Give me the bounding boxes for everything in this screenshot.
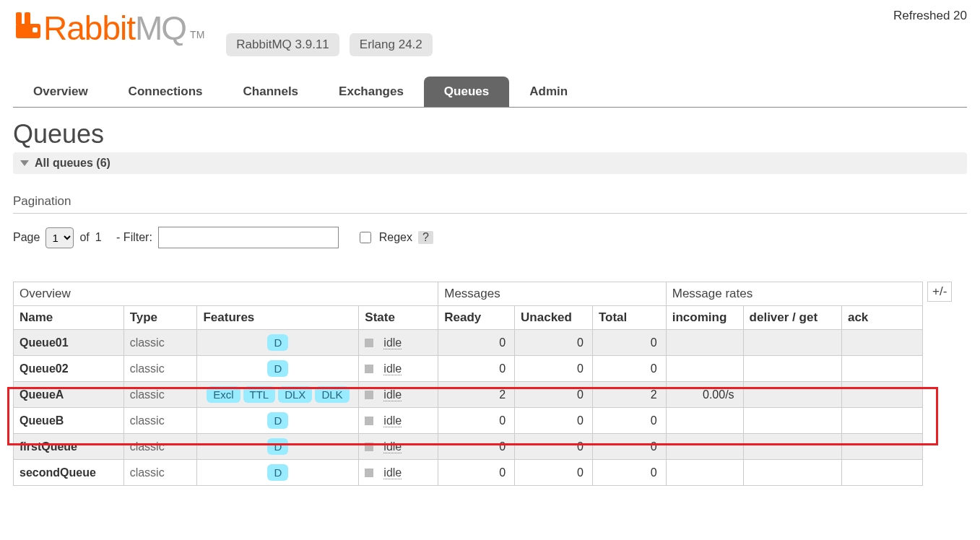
caret-down-icon [20,160,29,166]
tab-exchanges[interactable]: Exchanges [318,77,424,107]
cell-ack [841,382,922,408]
queue-state: idle [359,460,438,486]
cell-unacked: 0 [515,382,593,408]
page-select[interactable]: 1 [45,227,74,248]
svg-rect-0 [16,12,22,25]
filter-input[interactable] [158,227,339,248]
table-row: QueueAclassicExclTTLDLXDLKidle2020.00/s [14,382,923,408]
queue-features: D [197,356,359,382]
rabbitmq-icon [13,11,42,42]
queue-name-link[interactable]: QueueA [14,382,124,408]
logo[interactable]: RabbitMQ TM [13,9,204,48]
col-features[interactable]: Features [197,306,359,330]
queues-table: Overview Messages Message rates Name Typ… [13,282,923,486]
table-row: Queue02classicDidle000 [14,356,923,382]
regex-help[interactable]: ? [418,231,433,244]
cell-ready: 0 [438,408,515,434]
of-label: of [79,231,89,244]
cell-ack [841,460,922,486]
tab-admin[interactable]: Admin [509,77,588,107]
col-deliver[interactable]: deliver / get [743,306,841,330]
regex-checkbox[interactable] [360,232,371,243]
cell-total: 0 [592,408,666,434]
col-unacked[interactable]: Unacked [515,306,593,330]
cell-unacked: 0 [515,330,593,356]
cell-ack [841,408,922,434]
cell-deliver [743,434,841,460]
tab-channels[interactable]: Channels [223,77,319,107]
table-row: firstQueueclassicDidle000 [14,434,923,460]
queue-type: classic [123,408,197,434]
state-dot-icon [365,417,373,425]
queue-type: classic [123,382,197,408]
cell-total: 0 [592,460,666,486]
queue-type: classic [123,460,197,486]
state-dot-icon [365,391,373,399]
cell-deliver [743,460,841,486]
cell-deliver [743,356,841,382]
cell-ready: 0 [438,434,515,460]
queue-type: classic [123,356,197,382]
cell-total: 0 [592,330,666,356]
refreshed-label: Refreshed 20 [893,9,967,23]
all-queues-section[interactable]: All queues (6) [13,152,967,174]
group-overview: Overview [14,282,438,306]
state-dot-icon [365,365,373,373]
rabbitmq-version-badge: RabbitMQ 3.9.11 [226,33,339,56]
queue-name-link[interactable]: Queue02 [14,356,124,382]
col-ack[interactable]: ack [841,306,922,330]
total-pages: 1 [95,231,102,244]
cell-ready: 0 [438,330,515,356]
cell-ack [841,434,922,460]
col-type[interactable]: Type [123,306,197,330]
col-ready[interactable]: Ready [438,306,515,330]
col-name[interactable]: Name [14,306,124,330]
col-total[interactable]: Total [592,306,666,330]
table-row: secondQueueclassicDidle000 [14,460,923,486]
feature-badge: D [267,464,288,481]
queue-state: idle [359,356,438,382]
filter-label: - Filter: [116,231,152,244]
col-incoming[interactable]: incoming [666,306,743,330]
queue-name-link[interactable]: QueueB [14,408,124,434]
cell-ready: 2 [438,382,515,408]
svg-rect-1 [25,12,30,25]
cell-total: 0 [592,356,666,382]
queue-features: D [197,408,359,434]
queue-name-link[interactable]: Queue01 [14,330,124,356]
feature-badge: D [267,438,288,455]
cell-ack [841,330,922,356]
queue-name-link[interactable]: firstQueue [14,434,124,460]
col-state[interactable]: State [359,306,438,330]
cell-incoming [666,356,743,382]
queue-state: idle [359,434,438,460]
columns-toggle-button[interactable]: +/- [927,282,952,302]
regex-label: Regex [379,231,412,244]
cell-incoming: 0.00/s [666,382,743,408]
feature-badge: Excl [207,386,240,403]
feature-badge: D [267,334,288,351]
tab-overview[interactable]: Overview [13,77,108,107]
logo-text-rabbit: Rabbit [43,9,135,48]
queue-state: idle [359,330,438,356]
cell-incoming [666,434,743,460]
cell-deliver [743,330,841,356]
queue-features: D [197,330,359,356]
cell-incoming [666,330,743,356]
section-label: All queues (6) [35,157,110,170]
state-dot-icon [365,469,373,477]
cell-ack [841,356,922,382]
tab-connections[interactable]: Connections [108,77,223,107]
group-rates: Message rates [666,282,922,306]
queue-state: idle [359,408,438,434]
queue-name-link[interactable]: secondQueue [14,460,124,486]
cell-unacked: 0 [515,408,593,434]
queue-type: classic [123,330,197,356]
pagination-section-label: Pagination [13,194,967,214]
tab-queues[interactable]: Queues [424,77,509,107]
queue-features: D [197,460,359,486]
cell-total: 2 [592,382,666,408]
group-messages: Messages [438,282,666,306]
table-row: Queue01classicDidle000 [14,330,923,356]
cell-unacked: 0 [515,434,593,460]
